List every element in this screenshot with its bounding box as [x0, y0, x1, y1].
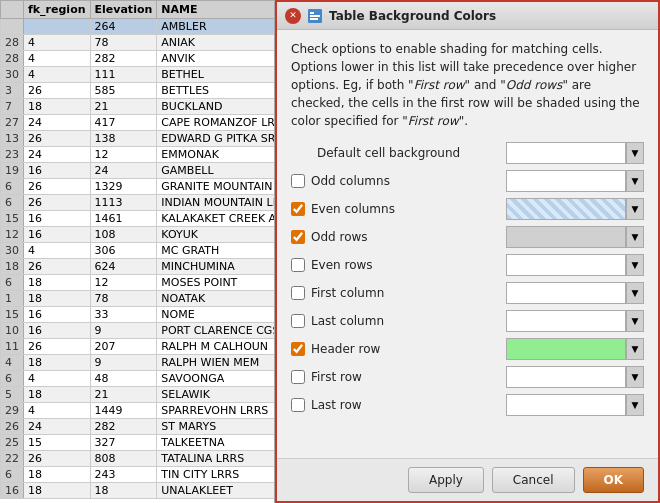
table-row[interactable]: 1826624MINCHUMINAOther	[1, 259, 275, 275]
table-background-colors-dialog: Table Background Colors Check options to…	[275, 0, 660, 503]
close-button[interactable]	[285, 8, 301, 24]
fk-region-cell: 16	[24, 163, 91, 179]
table-row[interactable]: 6261329GRANITE MOUNTAIN AFSOther	[1, 179, 275, 195]
name-cell: BETTLES	[157, 83, 274, 99]
checkbox-last_row[interactable]	[291, 398, 305, 412]
color-dropdown-odd_columns[interactable]: ▼	[626, 170, 644, 192]
color-dropdown-last_row[interactable]: ▼	[626, 394, 644, 416]
checkbox-even_columns[interactable]	[291, 202, 305, 216]
table-row[interactable]: 4189RALPH WIEN MEMCivilian Public	[1, 355, 275, 371]
color-picker-first_column: ▼	[506, 282, 644, 304]
label-even_rows[interactable]: Even rows	[311, 258, 500, 272]
label-header_row[interactable]: Header row	[311, 342, 500, 356]
color-box-odd_columns[interactable]	[506, 170, 626, 192]
label-odd_columns[interactable]: Odd columns	[311, 174, 500, 188]
color-box-first_row[interactable]	[506, 366, 626, 388]
table-row[interactable]: 151633NOMECivilian Public	[1, 307, 275, 323]
col-header-elevation: Elevation	[90, 1, 157, 19]
color-box-first_column[interactable]	[506, 282, 626, 304]
table-row[interactable]: 191624GAMBELLOther	[1, 163, 275, 179]
color-box-even_rows[interactable]	[506, 254, 626, 276]
color-box-header_row[interactable]	[506, 338, 626, 360]
table-container[interactable]: fk_region Elevation NAME USE 264AMBLEROt…	[0, 0, 274, 503]
fk-region-cell: 4	[24, 67, 91, 83]
cancel-button[interactable]: Cancel	[492, 467, 575, 493]
table-row[interactable]: 284282ANVIKOther	[1, 51, 275, 67]
fk-region-cell: 26	[24, 131, 91, 147]
name-cell: MOSES POINT	[157, 275, 274, 291]
color-dropdown-default_cell[interactable]: ▼	[626, 142, 644, 164]
label-first_column[interactable]: First column	[311, 286, 500, 300]
table-row[interactable]: 15161461KALAKAKET CREEK ASMilitary	[1, 211, 275, 227]
name-cell: TATALINA LRRS	[157, 451, 274, 467]
table-row[interactable]: 61812MOSES POINTOther	[1, 275, 275, 291]
checkbox-even_rows[interactable]	[291, 258, 305, 272]
col-header-fk-region: fk_region	[24, 1, 91, 19]
elevation-cell: 282	[90, 51, 157, 67]
checkbox-first_column[interactable]	[291, 286, 305, 300]
table-row[interactable]: 6261113INDIAN MOUNTAIN LRRSOther	[1, 195, 275, 211]
table-row[interactable]: 304111BETHELCivilian Public	[1, 67, 275, 83]
table-row[interactable]: 71821BUCKLANDOther	[1, 99, 275, 115]
table-row[interactable]: 264AMBLEROther	[1, 19, 275, 35]
checkbox-header_row[interactable]	[291, 342, 305, 356]
label-first_row[interactable]: First row	[311, 370, 500, 384]
table-row[interactable]: 11878NOATAKOther	[1, 291, 275, 307]
color-dropdown-first_column[interactable]: ▼	[626, 282, 644, 304]
table-row[interactable]: 10169PORT CLARENCE CGSOther	[1, 323, 275, 339]
label-odd_rows[interactable]: Odd rows	[311, 230, 500, 244]
color-dropdown-even_rows[interactable]: ▼	[626, 254, 644, 276]
table-row[interactable]: 1126207RALPH M CALHOUNOther	[1, 339, 275, 355]
row-num-cell: 28	[1, 35, 24, 51]
table-row[interactable]: 2624282ST MARYSOther	[1, 419, 275, 435]
row-num-cell: 6	[1, 195, 24, 211]
color-dropdown-first_row[interactable]: ▼	[626, 366, 644, 388]
table-row[interactable]: 232412EMMONAKOther	[1, 147, 275, 163]
fk-region-cell: 15	[24, 435, 91, 451]
elevation-cell: 282	[90, 419, 157, 435]
color-picker-default_cell: ▼	[506, 142, 644, 164]
elevation-cell: 78	[90, 35, 157, 51]
color-box-even_columns[interactable]	[506, 198, 626, 220]
color-dropdown-last_column[interactable]: ▼	[626, 310, 644, 332]
label-even_columns[interactable]: Even columns	[311, 202, 500, 216]
table-row[interactable]: 161818UNALAKLEETOther	[1, 483, 275, 499]
checkbox-odd_rows[interactable]	[291, 230, 305, 244]
apply-button[interactable]: Apply	[408, 467, 484, 493]
table-row[interactable]: 2724417CAPE ROMANZOF LRRSOther	[1, 115, 275, 131]
checkbox-first_row[interactable]	[291, 370, 305, 384]
table-row[interactable]: 2515327TALKEETNACivilian Public	[1, 435, 275, 451]
name-cell: INDIAN MOUNTAIN LRRS	[157, 195, 274, 211]
table-row[interactable]: 1216108KOYUKOther	[1, 227, 275, 243]
table-row[interactable]: 618243TIN CITY LRRSOther	[1, 467, 275, 483]
color-box-odd_rows[interactable]	[506, 226, 626, 248]
color-box-last_row[interactable]	[506, 394, 626, 416]
elevation-cell: 585	[90, 83, 157, 99]
ok-button[interactable]: OK	[583, 467, 645, 493]
fk-region-cell: 4	[24, 51, 91, 67]
table-row[interactable]: 51821SELAWIKOther	[1, 387, 275, 403]
fk-region-cell: 4	[24, 35, 91, 51]
table-row[interactable]: 2941449SPARREVOHN LRRSOther	[1, 403, 275, 419]
row-num-cell: 22	[1, 451, 24, 467]
color-dropdown-even_columns[interactable]: ▼	[626, 198, 644, 220]
label-last_column[interactable]: Last column	[311, 314, 500, 328]
table-row[interactable]: 304306MC GRATHCivilian Public	[1, 243, 275, 259]
color-box-default_cell[interactable]	[506, 142, 626, 164]
label-last_row[interactable]: Last row	[311, 398, 500, 412]
table-row[interactable]: 326585BETTLESOther	[1, 83, 275, 99]
color-dropdown-odd_rows[interactable]: ▼	[626, 226, 644, 248]
color-dropdown-header_row[interactable]: ▼	[626, 338, 644, 360]
table-row[interactable]: 2226808TATALINA LRRSOther	[1, 451, 275, 467]
elevation-cell: 1329	[90, 179, 157, 195]
name-cell: PORT CLARENCE CGS	[157, 323, 274, 339]
dialog-icon	[307, 8, 323, 24]
table-row[interactable]: 1326138EDWARD G PITKA SRJoint Military C…	[1, 131, 275, 147]
checkbox-last_column[interactable]	[291, 314, 305, 328]
color-box-last_column[interactable]	[506, 310, 626, 332]
table-row[interactable]: 6448SAVOONGAOther	[1, 371, 275, 387]
table-row[interactable]: 28478ANIAKOther	[1, 35, 275, 51]
fk-region-cell: 24	[24, 419, 91, 435]
elevation-cell: 9	[90, 323, 157, 339]
checkbox-odd_columns[interactable]	[291, 174, 305, 188]
